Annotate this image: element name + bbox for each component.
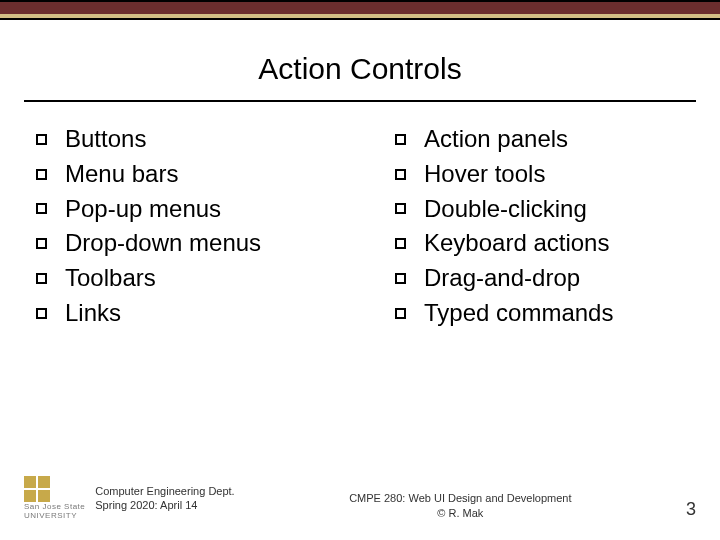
left-column: Buttons Menu bars Pop-up menus Drop-down…: [36, 122, 325, 331]
square-bullet-icon: [395, 308, 406, 319]
list-item-label: Drag-and-drop: [424, 261, 580, 296]
right-column: Action panels Hover tools Double-clickin…: [395, 122, 684, 331]
list-item: Toolbars: [36, 261, 325, 296]
square-bullet-icon: [36, 238, 47, 249]
square-bullet-icon: [395, 169, 406, 180]
list-item: Pop-up menus: [36, 192, 325, 227]
top-border: [0, 0, 720, 20]
list-item: Links: [36, 296, 325, 331]
slide-footer: San Jose State UNIVERSITY Computer Engin…: [24, 476, 696, 520]
rule-maroon: [0, 2, 720, 14]
list-item-label: Action panels: [424, 122, 568, 157]
list-item-label: Links: [65, 296, 121, 331]
list-item-label: Double-clicking: [424, 192, 587, 227]
list-item-label: Typed commands: [424, 296, 613, 331]
footer-left: San Jose State UNIVERSITY Computer Engin…: [24, 476, 235, 520]
page-number: 3: [686, 499, 696, 520]
title-underline: [24, 100, 696, 102]
list-item-label: Hover tools: [424, 157, 545, 192]
left-list: Buttons Menu bars Pop-up menus Drop-down…: [36, 122, 325, 331]
square-bullet-icon: [36, 169, 47, 180]
footer-uni-sub: UNIVERSITY: [24, 511, 85, 520]
slide: Action Controls Buttons Menu bars Pop-up…: [0, 0, 720, 540]
right-list: Action panels Hover tools Double-clickin…: [395, 122, 684, 331]
list-item: Hover tools: [395, 157, 684, 192]
list-item: Drag-and-drop: [395, 261, 684, 296]
list-item: Double-clicking: [395, 192, 684, 227]
footer-dept: Computer Engineering Dept. Spring 2020: …: [95, 484, 234, 513]
footer-dept-line1: Computer Engineering Dept.: [95, 484, 234, 498]
square-bullet-icon: [36, 134, 47, 145]
list-item-label: Toolbars: [65, 261, 156, 296]
list-item-label: Keyboard actions: [424, 226, 609, 261]
list-item: Menu bars: [36, 157, 325, 192]
list-item-label: Buttons: [65, 122, 146, 157]
content-body: Buttons Menu bars Pop-up menus Drop-down…: [36, 122, 684, 331]
list-item-label: Menu bars: [65, 157, 178, 192]
square-bullet-icon: [36, 203, 47, 214]
square-bullet-icon: [395, 203, 406, 214]
list-item-label: Drop-down menus: [65, 226, 261, 261]
footer-course-line2: © R. Mak: [349, 506, 571, 520]
square-bullet-icon: [36, 273, 47, 284]
footer-dept-line2: Spring 2020: April 14: [95, 498, 234, 512]
list-item: Buttons: [36, 122, 325, 157]
footer-center: CMPE 280: Web UI Design and Development …: [349, 491, 571, 520]
sjsu-logo-icon: [24, 476, 50, 502]
list-item: Action panels: [395, 122, 684, 157]
square-bullet-icon: [36, 308, 47, 319]
footer-logo-block: San Jose State UNIVERSITY: [24, 476, 85, 520]
list-item-label: Pop-up menus: [65, 192, 221, 227]
square-bullet-icon: [395, 238, 406, 249]
list-item: Drop-down menus: [36, 226, 325, 261]
rule-dark-2: [0, 18, 720, 20]
square-bullet-icon: [395, 134, 406, 145]
square-bullet-icon: [395, 273, 406, 284]
list-item: Typed commands: [395, 296, 684, 331]
footer-uni-name: San Jose State: [24, 502, 85, 511]
page-title: Action Controls: [0, 52, 720, 86]
list-item: Keyboard actions: [395, 226, 684, 261]
footer-course-line1: CMPE 280: Web UI Design and Development: [349, 491, 571, 505]
